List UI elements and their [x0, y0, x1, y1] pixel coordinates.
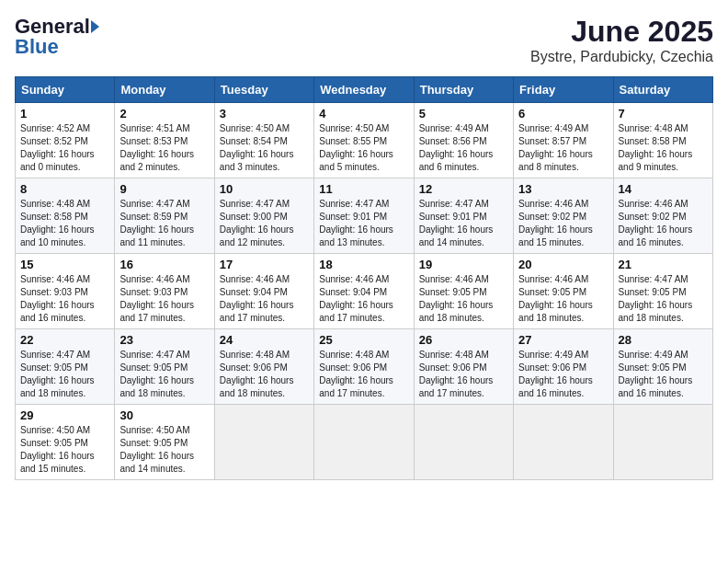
day-cell: 20Sunrise: 4:46 AM Sunset: 9:05 PM Dayli…	[514, 254, 613, 329]
day-cell: 29Sunrise: 4:50 AM Sunset: 9:05 PM Dayli…	[16, 405, 115, 480]
day-cell	[214, 405, 313, 480]
day-cell: 2Sunrise: 4:51 AM Sunset: 8:53 PM Daylig…	[115, 103, 214, 178]
day-info: Sunrise: 4:47 AM Sunset: 8:59 PM Dayligh…	[119, 198, 209, 249]
day-cell: 19Sunrise: 4:46 AM Sunset: 9:05 PM Dayli…	[414, 254, 513, 329]
day-cell	[613, 405, 712, 480]
day-number: 23	[119, 333, 209, 347]
day-number: 26	[419, 333, 508, 347]
day-number: 14	[619, 182, 708, 196]
day-number: 2	[119, 107, 209, 121]
day-info: Sunrise: 4:48 AM Sunset: 8:58 PM Dayligh…	[20, 198, 109, 249]
week-row-5: 29Sunrise: 4:50 AM Sunset: 9:05 PM Dayli…	[16, 405, 713, 480]
day-number: 24	[220, 333, 309, 347]
day-cell: 17Sunrise: 4:46 AM Sunset: 9:04 PM Dayli…	[214, 254, 313, 329]
day-cell: 21Sunrise: 4:47 AM Sunset: 9:05 PM Dayli…	[613, 254, 712, 329]
day-number: 25	[319, 333, 408, 347]
day-cell: 13Sunrise: 4:46 AM Sunset: 9:02 PM Dayli…	[514, 178, 613, 254]
location: Bystre, Pardubicky, Czechia	[530, 49, 713, 65]
day-info: Sunrise: 4:49 AM Sunset: 8:56 PM Dayligh…	[419, 122, 508, 174]
day-number: 13	[518, 182, 608, 196]
day-cell	[514, 405, 613, 480]
weekday-header-thursday: Thursday	[414, 77, 513, 103]
day-info: Sunrise: 4:48 AM Sunset: 9:06 PM Dayligh…	[220, 349, 309, 400]
day-info: Sunrise: 4:49 AM Sunset: 9:06 PM Dayligh…	[518, 349, 608, 400]
day-cell: 6Sunrise: 4:49 AM Sunset: 8:57 PM Daylig…	[514, 103, 613, 178]
day-number: 11	[319, 182, 408, 196]
day-info: Sunrise: 4:47 AM Sunset: 9:01 PM Dayligh…	[319, 198, 408, 249]
day-info: Sunrise: 4:46 AM Sunset: 9:02 PM Dayligh…	[518, 198, 608, 249]
day-info: Sunrise: 4:46 AM Sunset: 9:04 PM Dayligh…	[319, 273, 408, 325]
day-number: 22	[20, 333, 109, 347]
weekday-header-row: SundayMondayTuesdayWednesdayThursdayFrid…	[16, 77, 713, 103]
day-number: 4	[319, 107, 408, 121]
weekday-header-sunday: Sunday	[16, 77, 115, 103]
day-cell	[314, 405, 414, 480]
day-info: Sunrise: 4:46 AM Sunset: 9:03 PM Dayligh…	[119, 273, 209, 325]
day-info: Sunrise: 4:49 AM Sunset: 8:57 PM Dayligh…	[518, 122, 608, 174]
day-number: 12	[419, 182, 508, 196]
day-info: Sunrise: 4:48 AM Sunset: 9:06 PM Dayligh…	[319, 349, 408, 400]
day-number: 19	[419, 258, 508, 271]
week-row-2: 8Sunrise: 4:48 AM Sunset: 8:58 PM Daylig…	[16, 178, 713, 254]
day-info: Sunrise: 4:49 AM Sunset: 9:05 PM Dayligh…	[619, 349, 708, 400]
logo-triangle-icon	[91, 20, 99, 33]
day-cell: 26Sunrise: 4:48 AM Sunset: 9:06 PM Dayli…	[414, 329, 513, 405]
logo: General Blue	[15, 15, 99, 59]
day-cell: 27Sunrise: 4:49 AM Sunset: 9:06 PM Dayli…	[514, 329, 613, 405]
day-info: Sunrise: 4:50 AM Sunset: 9:05 PM Dayligh…	[20, 424, 109, 476]
title-block: June 2025 Bystre, Pardubicky, Czechia	[530, 15, 713, 65]
page-header: General Blue June 2025 Bystre, Pardubick…	[15, 15, 713, 65]
day-number: 1	[20, 107, 109, 121]
day-cell: 12Sunrise: 4:47 AM Sunset: 9:01 PM Dayli…	[414, 178, 513, 254]
day-cell	[414, 405, 513, 480]
weekday-header-friday: Friday	[514, 77, 613, 103]
day-info: Sunrise: 4:47 AM Sunset: 9:05 PM Dayligh…	[619, 273, 708, 325]
day-number: 29	[20, 408, 109, 422]
day-cell: 4Sunrise: 4:50 AM Sunset: 8:55 PM Daylig…	[314, 103, 414, 178]
day-cell: 28Sunrise: 4:49 AM Sunset: 9:05 PM Dayli…	[613, 329, 712, 405]
day-info: Sunrise: 4:47 AM Sunset: 9:05 PM Dayligh…	[119, 349, 209, 400]
day-cell: 18Sunrise: 4:46 AM Sunset: 9:04 PM Dayli…	[314, 254, 414, 329]
day-info: Sunrise: 4:46 AM Sunset: 9:02 PM Dayligh…	[619, 198, 708, 249]
day-cell: 22Sunrise: 4:47 AM Sunset: 9:05 PM Dayli…	[16, 329, 115, 405]
day-cell: 9Sunrise: 4:47 AM Sunset: 8:59 PM Daylig…	[115, 178, 214, 254]
day-number: 21	[619, 258, 708, 271]
day-cell: 24Sunrise: 4:48 AM Sunset: 9:06 PM Dayli…	[214, 329, 313, 405]
calendar-table: SundayMondayTuesdayWednesdayThursdayFrid…	[15, 76, 713, 480]
day-info: Sunrise: 4:46 AM Sunset: 9:05 PM Dayligh…	[518, 273, 608, 325]
weekday-header-monday: Monday	[115, 77, 214, 103]
day-info: Sunrise: 4:46 AM Sunset: 9:05 PM Dayligh…	[419, 273, 508, 325]
day-info: Sunrise: 4:48 AM Sunset: 9:06 PM Dayligh…	[419, 349, 508, 400]
week-row-3: 15Sunrise: 4:46 AM Sunset: 9:03 PM Dayli…	[16, 254, 713, 329]
day-number: 8	[20, 182, 109, 196]
day-cell: 7Sunrise: 4:48 AM Sunset: 8:58 PM Daylig…	[613, 103, 712, 178]
day-number: 10	[220, 182, 309, 196]
weekday-header-tuesday: Tuesday	[214, 77, 313, 103]
day-cell: 1Sunrise: 4:52 AM Sunset: 8:52 PM Daylig…	[16, 103, 115, 178]
day-info: Sunrise: 4:47 AM Sunset: 9:05 PM Dayligh…	[20, 349, 109, 400]
day-info: Sunrise: 4:48 AM Sunset: 8:58 PM Dayligh…	[619, 122, 708, 174]
day-number: 18	[319, 258, 408, 271]
day-info: Sunrise: 4:52 AM Sunset: 8:52 PM Dayligh…	[20, 122, 109, 174]
day-number: 28	[619, 333, 708, 347]
day-info: Sunrise: 4:47 AM Sunset: 9:00 PM Dayligh…	[220, 198, 309, 249]
day-number: 5	[419, 107, 508, 121]
day-cell: 5Sunrise: 4:49 AM Sunset: 8:56 PM Daylig…	[414, 103, 513, 178]
day-number: 16	[119, 258, 209, 271]
day-cell: 16Sunrise: 4:46 AM Sunset: 9:03 PM Dayli…	[115, 254, 214, 329]
month-title: June 2025	[530, 15, 713, 49]
day-number: 9	[119, 182, 209, 196]
day-number: 6	[518, 107, 608, 121]
day-cell: 30Sunrise: 4:50 AM Sunset: 9:05 PM Dayli…	[115, 405, 214, 480]
day-info: Sunrise: 4:50 AM Sunset: 8:54 PM Dayligh…	[220, 122, 309, 174]
day-number: 7	[619, 107, 708, 121]
day-info: Sunrise: 4:46 AM Sunset: 9:03 PM Dayligh…	[20, 273, 109, 325]
day-number: 20	[518, 258, 608, 271]
day-info: Sunrise: 4:46 AM Sunset: 9:04 PM Dayligh…	[220, 273, 309, 325]
day-number: 15	[20, 258, 109, 271]
day-cell: 25Sunrise: 4:48 AM Sunset: 9:06 PM Dayli…	[314, 329, 414, 405]
day-number: 17	[220, 258, 309, 271]
logo-blue-text: Blue	[15, 35, 59, 59]
day-cell: 10Sunrise: 4:47 AM Sunset: 9:00 PM Dayli…	[214, 178, 313, 254]
day-info: Sunrise: 4:51 AM Sunset: 8:53 PM Dayligh…	[119, 122, 209, 174]
